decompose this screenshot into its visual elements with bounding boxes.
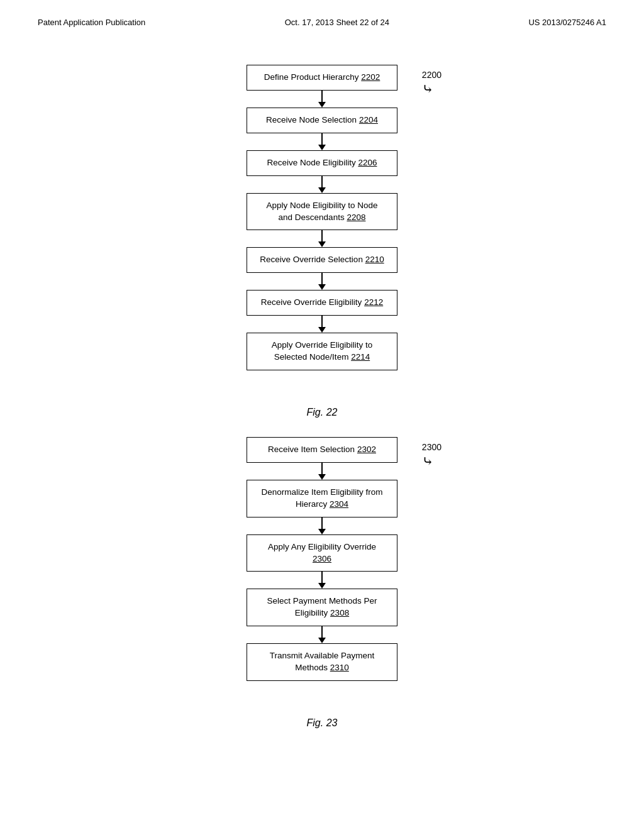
box-2302-number: 2302 xyxy=(357,445,376,454)
box-2214: Apply Override Eligibility to Selected N… xyxy=(247,333,397,370)
box-2310: Transmit Available Payment Methods 2310 xyxy=(247,643,397,681)
arrow-connector-0 xyxy=(318,91,326,108)
fig23-section: Receive Item Selection 2302Denormalize I… xyxy=(247,437,397,735)
box-2306-text: Apply Any Eligibility Override xyxy=(268,542,376,551)
box-2212: Receive Override Eligibility 2212 xyxy=(247,290,397,316)
fig23-label: Fig. 23 xyxy=(307,717,338,729)
box-2212-text: Receive Override Eligibility xyxy=(261,297,364,307)
box-2210-text: Receive Override Selection xyxy=(260,255,365,264)
box-2310-number: 2310 xyxy=(330,663,349,672)
box-2208-number: 2208 xyxy=(347,213,365,222)
box-2210: Receive Override Selection 2210 xyxy=(247,247,397,273)
fig22-diagram-label: 2200 ⤷ xyxy=(422,70,441,97)
fig22-flowchart: Define Product Hierarchy 2202Receive Nod… xyxy=(247,65,397,370)
box-2204-number: 2204 xyxy=(359,115,378,124)
arrow-line-2 xyxy=(321,176,323,187)
box-2214-number: 2214 xyxy=(351,352,370,362)
box-2202-text: Define Product Hierarchy xyxy=(264,72,362,82)
arrow-connector-2 xyxy=(318,176,326,193)
arrow-line-3 xyxy=(321,230,323,241)
arrow-line-3 xyxy=(321,626,323,638)
arrow-line-4 xyxy=(321,273,323,284)
arrow-head-1 xyxy=(318,529,326,534)
arrow-connector-0 xyxy=(318,463,326,480)
fig23-diagram-wrapper: Receive Item Selection 2302Denormalize I… xyxy=(247,437,397,706)
page-header: Patent Application Publication Oct. 17, … xyxy=(0,0,644,27)
box-2302-text: Receive Item Selection xyxy=(268,445,357,454)
box-2306: Apply Any Eligibility Override 2306 xyxy=(247,534,397,572)
arrow-connector-1 xyxy=(318,517,326,534)
arrow-head-0 xyxy=(318,102,326,108)
arrow-line-1 xyxy=(321,133,323,145)
box-2302: Receive Item Selection 2302 xyxy=(247,437,397,463)
box-2206: Receive Node Eligibility 2206 xyxy=(247,150,397,176)
box-2304-number: 2304 xyxy=(330,499,348,509)
fig23-flowchart: Receive Item Selection 2302Denormalize I… xyxy=(247,437,397,681)
box-2208: Apply Node Eligibility to Node and Desce… xyxy=(247,193,397,231)
box-2306-number: 2306 xyxy=(313,554,331,563)
arrow-connector-3 xyxy=(318,626,326,643)
box-2210-number: 2210 xyxy=(365,255,384,264)
arrow-connector-5 xyxy=(318,316,326,333)
box-2202-number: 2202 xyxy=(361,72,380,82)
arrow-head-2 xyxy=(318,187,326,193)
arrow-head-3 xyxy=(318,241,326,247)
fig23-diagram-id: 2300 xyxy=(422,442,441,452)
box-2204: Receive Node Selection 2204 xyxy=(247,108,397,133)
arrow-line-2 xyxy=(321,572,323,583)
main-content: Define Product Hierarchy 2202Receive Nod… xyxy=(0,27,644,748)
box-2304: Denormalize Item Eligibility from Hierar… xyxy=(247,480,397,517)
fig22-section: Define Product Hierarchy 2202Receive Nod… xyxy=(247,65,397,424)
arrow-head-4 xyxy=(318,284,326,290)
arrow-connector-3 xyxy=(318,230,326,247)
arrow-head-5 xyxy=(318,327,326,333)
fig22-label: Fig. 22 xyxy=(307,407,338,418)
arrow-connector-4 xyxy=(318,273,326,290)
box-2308-text: Select Payment Methods Per Eligibility xyxy=(267,596,377,617)
box-2304-text: Denormalize Item Eligibility from Hierar… xyxy=(262,487,383,509)
box-2206-text: Receive Node Eligibility xyxy=(267,158,358,167)
arrow-line-5 xyxy=(321,316,323,327)
header-right: US 2013/0275246 A1 xyxy=(528,18,606,27)
fig23-diagram-label: 2300 ⤷ xyxy=(422,442,441,470)
arrow-head-2 xyxy=(318,583,326,589)
arrow-head-0 xyxy=(318,474,326,480)
header-left: Patent Application Publication xyxy=(38,18,145,27)
fig22-diagram-wrapper: Define Product Hierarchy 2202Receive Nod… xyxy=(247,65,397,396)
arrow-head-3 xyxy=(318,638,326,643)
fig22-diagram-id: 2200 xyxy=(422,70,441,80)
box-2308: Select Payment Methods Per Eligibility 2… xyxy=(247,589,397,626)
box-2202: Define Product Hierarchy 2202 xyxy=(247,65,397,91)
box-2206-number: 2206 xyxy=(358,158,377,167)
header-center: Oct. 17, 2013 Sheet 22 of 24 xyxy=(285,18,389,27)
arrow-line-1 xyxy=(321,517,323,529)
fig23-bracket-arrow: ⤷ xyxy=(422,453,433,470)
arrow-line-0 xyxy=(321,463,323,474)
arrow-head-1 xyxy=(318,145,326,150)
box-2308-number: 2308 xyxy=(330,608,349,617)
box-2204-text: Receive Node Selection xyxy=(266,115,359,124)
fig22-bracket-arrow: ⤷ xyxy=(422,81,433,97)
box-2212-number: 2212 xyxy=(364,297,383,307)
arrow-line-0 xyxy=(321,91,323,102)
arrow-connector-2 xyxy=(318,572,326,589)
box-2310-text: Transmit Available Payment Methods xyxy=(270,651,375,672)
arrow-connector-1 xyxy=(318,133,326,150)
